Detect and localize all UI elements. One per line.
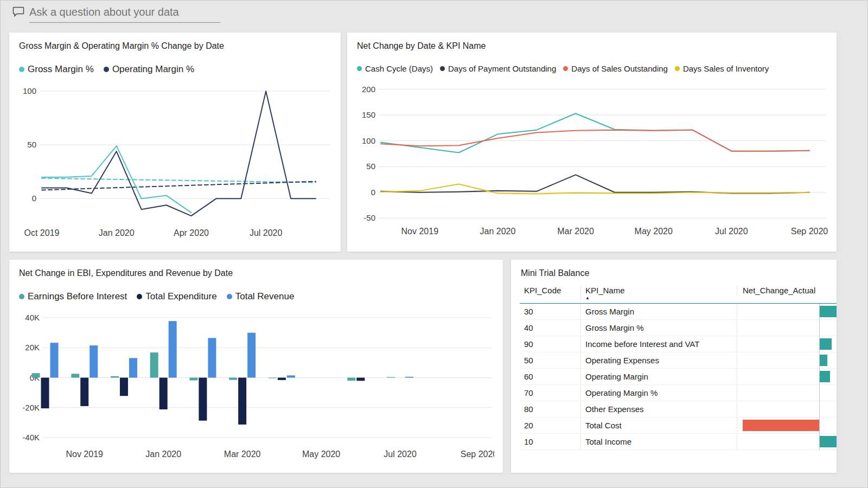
y-axis-label: 150 — [362, 110, 375, 119]
table-row-total-income[interactable]: 10Total Income — [520, 434, 837, 450]
bar-total-revenue[interactable] — [50, 343, 59, 377]
bar-earnings-before-interest[interactable] — [111, 376, 119, 378]
series-line-gross-margin-trend[interactable] — [42, 178, 316, 183]
kpi-name-cell: Operating Margin % — [580, 385, 737, 401]
series-line-cash-cycle-days[interactable] — [381, 113, 809, 152]
legend-label: Days Sales of Inventory — [683, 64, 769, 73]
x-axis-label: Nov 2019 — [401, 227, 439, 236]
kpi-code-cell: 90 — [520, 336, 580, 352]
bar-total-expenditure[interactable] — [41, 378, 49, 409]
bar-earnings-before-interest[interactable] — [71, 374, 79, 377]
table-row-operating-margin[interactable]: 60Operating Margin — [520, 369, 837, 385]
legend-item-earnings-before-interest[interactable]: Earnings Before Interest — [19, 291, 127, 302]
x-axis-label: Jan 2020 — [99, 228, 135, 237]
legend-ebi: Earnings Before InterestTotal Expenditur… — [19, 291, 494, 302]
column-header-net-change-actual[interactable]: Net_Change_Actual — [737, 286, 837, 296]
legend-item-total-revenue[interactable]: Total Revenue — [227, 291, 295, 302]
bar-earnings-before-interest[interactable] — [387, 377, 395, 377]
qa-bar: Ask a question about your data — [12, 6, 220, 23]
kpi-name-cell: Other Expenses — [580, 401, 737, 417]
column-header-kpi-name[interactable]: KPI_Name▲ — [580, 286, 737, 300]
y-axis-label: 50 — [27, 140, 36, 149]
y-axis-label: 40K — [25, 313, 40, 322]
kpi-name-cell: Operating Margin — [580, 369, 737, 384]
chat-bubble-icon — [12, 7, 24, 19]
x-axis-label: Jan 2020 — [480, 227, 516, 236]
net-change-cell — [737, 304, 837, 319]
zero-axis-line — [819, 320, 820, 336]
legend-item-operating-margin[interactable]: Operating Margin % — [104, 64, 194, 75]
x-axis-label: May 2020 — [635, 227, 673, 236]
bar-earnings-before-interest[interactable] — [269, 378, 277, 378]
legend-label: Total Expenditure — [145, 291, 216, 302]
margin-line-chart[interactable]: 050100Oct 2019Jan 2020Apr 2020Jul 2020 — [18, 78, 332, 241]
bar-total-revenue[interactable] — [169, 321, 177, 377]
bar-total-revenue[interactable] — [90, 345, 98, 377]
table-row-gross-margin[interactable]: 40Gross Margin % — [520, 320, 837, 336]
x-axis-label: Jan 2020 — [145, 450, 181, 459]
bar-earnings-before-interest[interactable] — [189, 378, 197, 381]
x-axis-label: Oct 2019 — [24, 228, 60, 237]
y-axis-label: 50 — [366, 162, 375, 171]
y-axis-label: 200 — [362, 85, 375, 94]
positive-data-bar — [820, 355, 827, 366]
table-row-income-before-interest-and-vat[interactable]: 90Income before Interest and VAT — [520, 336, 837, 352]
legend-item-days-of-sales-outstanding[interactable]: Days of Sales Outstanding — [563, 64, 668, 73]
legend-item-total-expenditure[interactable]: Total Expenditure — [137, 291, 216, 302]
positive-data-bar — [820, 338, 832, 350]
bar-total-expenditure[interactable] — [356, 378, 365, 381]
bar-total-expenditure[interactable] — [80, 378, 88, 406]
bar-total-revenue[interactable] — [247, 333, 256, 378]
bar-total-expenditure[interactable] — [199, 378, 207, 421]
column-header-kpi-code[interactable]: KPI_Code — [520, 286, 580, 296]
table-row-operating-margin[interactable]: 70Operating Margin % — [520, 385, 837, 401]
bar-total-revenue[interactable] — [287, 375, 295, 377]
kpi-code-cell: 50 — [520, 352, 580, 368]
bar-total-expenditure[interactable] — [278, 378, 286, 380]
series-line-days-of-payment-outstanding[interactable] — [381, 175, 809, 193]
bar-total-revenue[interactable] — [405, 377, 413, 378]
legend-dot — [563, 66, 568, 71]
legend-item-cash-cycle-days[interactable]: Cash Cycle (Days) — [357, 64, 433, 73]
bar-earnings-before-interest[interactable] — [347, 378, 355, 381]
net-change-cell — [737, 385, 837, 401]
column-header-label: Net_Change_Actual — [743, 286, 815, 295]
legend-dot — [227, 294, 232, 299]
legend-item-days-sales-of-inventory[interactable]: Days Sales of Inventory — [675, 64, 769, 73]
card-gross-operating-margin: Gross Margin & Operating Margin % Change… — [9, 33, 341, 252]
table-row-other-expenses[interactable]: 80Other Expenses — [520, 401, 837, 418]
card-mini-trial-balance: Mini Trial Balance KPI_CodeKPI_Name▲Net_… — [511, 260, 837, 473]
sort-ascending-icon: ▲ — [585, 296, 737, 300]
bar-earnings-before-interest[interactable] — [150, 352, 158, 377]
ebi-bar-chart[interactable]: -40K-20K0K20K40KNov 2019Jan 2020Mar 2020… — [18, 305, 494, 462]
series-line-operating-margin[interactable] — [42, 91, 316, 216]
kpi-code-cell: 30 — [520, 304, 580, 319]
x-axis-label: Sep 2020 — [461, 450, 494, 459]
kpi-code-cell: 10 — [520, 434, 580, 450]
table-row-total-cost[interactable]: 20Total Cost — [520, 418, 837, 434]
bar-total-revenue[interactable] — [129, 358, 137, 377]
table-row-operating-expenses[interactable]: 50Operating Expenses — [520, 352, 837, 369]
y-axis-label: -40K — [22, 433, 40, 442]
bar-earnings-before-interest[interactable] — [32, 373, 40, 377]
bar-total-expenditure[interactable] — [120, 378, 128, 396]
positive-data-bar — [820, 306, 837, 317]
table-row-gross-margin[interactable]: 30Gross Margin — [520, 304, 837, 320]
card-title: Net Change in EBI, Expenditures and Reve… — [19, 268, 494, 278]
x-axis-label: Jul 2020 — [715, 227, 748, 236]
series-line-operating-margin-trend[interactable] — [42, 182, 316, 190]
bar-earnings-before-interest[interactable] — [229, 378, 237, 380]
kpi-line-chart[interactable]: -50050100150200Nov 2019Jan 2020Mar 2020M… — [356, 76, 828, 239]
legend-dot — [19, 294, 24, 299]
kpi-code-cell: 20 — [520, 418, 580, 433]
net-change-cell — [737, 418, 837, 433]
legend-dot — [137, 294, 142, 299]
bar-total-revenue[interactable] — [208, 338, 216, 377]
legend-item-gross-margin[interactable]: Gross Margin % — [19, 64, 94, 75]
x-axis-label: Nov 2019 — [66, 450, 103, 459]
qa-input[interactable]: Ask a question about your data — [29, 6, 220, 23]
legend-label: Days of Sales Outstanding — [571, 64, 668, 73]
bar-total-expenditure[interactable] — [159, 378, 168, 410]
legend-item-days-of-payment-outstanding[interactable]: Days of Payment Outstanding — [440, 64, 556, 73]
bar-total-expenditure[interactable] — [238, 378, 246, 425]
